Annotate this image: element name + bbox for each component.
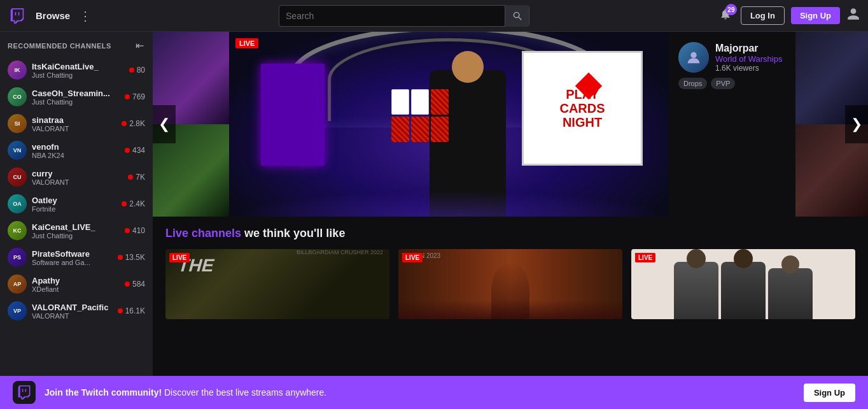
live-badge: LIVE — [235, 38, 258, 48]
channel-card-1[interactable]: THE BILLBOARDIAM CRUSHER 2022 LIVE — [165, 249, 389, 319]
video-inner: PLAYCARDSNIGHT — [229, 32, 668, 217]
notification-count-badge: 29 — [725, 4, 737, 15]
viewer-count-4: 7K — [136, 173, 145, 182]
sidebar-item-4[interactable]: CU curry VALORANT 7K — [0, 164, 153, 190]
screen-right: PLAYCARDSNIGHT — [522, 51, 643, 166]
channel-avatar-3: VN — [8, 141, 27, 160]
live-dot-7 — [118, 255, 123, 260]
channel-list: IK ItsKaiCenatLive_ Just Chatting 80 CO … — [0, 57, 153, 324]
user-menu-button[interactable] — [846, 7, 860, 25]
card-5 — [411, 117, 429, 142]
live-dot-0 — [129, 68, 134, 73]
tag-drops[interactable]: Drops — [678, 78, 707, 89]
channel-game-9: VALORANT — [32, 312, 113, 320]
banner-message: Join the Twitch community! Discover the … — [45, 387, 795, 398]
more-options-button[interactable]: ⋮ — [79, 8, 92, 24]
channel-viewers-1: 769 — [125, 92, 145, 101]
card-3-content — [631, 249, 855, 319]
viewer-count-8: 584 — [132, 280, 145, 289]
twitch-logo[interactable] — [8, 6, 27, 25]
sidebar: RECOMMENDED CHANNELS ⇤ IK ItsKaiCenatLiv… — [0, 32, 153, 409]
live-dot-1 — [125, 94, 130, 99]
channel-game-8: XDefiant — [32, 285, 120, 293]
login-button[interactable]: Log In — [741, 6, 785, 25]
channel-name-6: KaiCenat_LIVE_ — [32, 222, 120, 232]
sidebar-item-5[interactable]: OA Oatley Fortnite 2.4K — [0, 190, 153, 217]
viewer-count-7: 13.5K — [125, 253, 145, 262]
banner-signup-button[interactable]: Sign Up — [804, 384, 855, 402]
channel-info-9: VALORANT_Pacific VALORANT — [32, 303, 113, 320]
search-submit-button[interactable] — [505, 5, 529, 27]
streamer-game[interactable]: World of Warships — [715, 54, 782, 64]
channel-name-2: sinatraa — [32, 115, 116, 125]
person-silhouette-3 — [768, 268, 813, 319]
featured-next-button[interactable]: ❯ — [845, 105, 868, 143]
channel-avatar-0: IK — [8, 61, 27, 80]
channel-game-2: VALORANT — [32, 125, 116, 133]
card-2-live-badge: LIVE — [402, 253, 423, 262]
browse-link[interactable]: Browse — [36, 10, 70, 21]
card-display — [391, 89, 449, 142]
sidebar-header: RECOMMENDED CHANNELS ⇤ — [0, 32, 153, 57]
card-3 — [431, 89, 449, 115]
live-dot-9 — [118, 308, 123, 313]
viewer-count-5: 2.4K — [129, 199, 145, 208]
channel-info-3: venofn NBA 2K24 — [32, 142, 120, 159]
channel-viewers-3: 434 — [125, 146, 145, 155]
live-channels-section: Live channels we think you'll like THE B… — [153, 217, 868, 326]
featured-prev-button[interactable]: ❮ — [153, 105, 176, 143]
search-input[interactable] — [286, 11, 505, 21]
channel-name-9: VALORANT_Pacific — [32, 303, 113, 312]
channel-info-2: sinatraa VALORANT — [32, 115, 116, 133]
search-icon — [513, 11, 522, 20]
sidebar-item-7[interactable]: PS PirateSoftware Software and Ga... 13.… — [0, 244, 153, 271]
card-thumb-2: 23 JUIN 2023 LIVE — [398, 249, 622, 319]
person-head — [452, 51, 484, 83]
channel-info-0: ItsKaiCenatLive_ Just Chatting — [32, 62, 124, 79]
sidebar-collapse-button[interactable]: ⇤ — [134, 38, 145, 53]
sidebar-item-9[interactable]: VP VALORANT_Pacific VALORANT 16.1K — [0, 298, 153, 324]
watermark: BILLBOARDIAM CRUSHER 2022 — [297, 249, 383, 255]
banner-bold-text: Join the Twitch community! — [45, 387, 162, 398]
sidebar-item-3[interactable]: VN venofn NBA 2K24 434 — [0, 137, 153, 164]
channels-grid: THE BILLBOARDIAM CRUSHER 2022 LIVE 23 JU… — [165, 249, 855, 319]
head-3 — [781, 255, 799, 273]
channel-card-2[interactable]: 23 JUIN 2023 LIVE — [398, 249, 622, 319]
streamer-name[interactable]: Majorpar — [715, 43, 782, 54]
card-2 — [411, 89, 429, 115]
person-silhouette-1 — [674, 262, 718, 319]
sidebar-item-2[interactable]: SI sinatraa VALORANT 2.8K — [0, 110, 153, 137]
streamer-info-row: Majorpar World of Warships 1.6K viewers — [678, 42, 785, 73]
head-2 — [734, 249, 753, 268]
card-thumb-3: GTR LIVE — [631, 249, 855, 319]
streamer-details: Majorpar World of Warships 1.6K viewers — [715, 43, 782, 73]
channel-avatar-4: CU — [8, 168, 27, 187]
main-content: ❮ — [153, 32, 868, 409]
sidebar-item-8[interactable]: AP Apathy XDefiant 584 — [0, 271, 153, 298]
channel-card-3[interactable]: GTR LIVE — [631, 249, 855, 319]
channel-info-8: Apathy XDefiant — [32, 276, 120, 293]
search-bar — [279, 5, 529, 27]
avatar-image — [685, 48, 703, 66]
channel-viewers-5: 2.4K — [122, 199, 145, 208]
sidebar-item-1[interactable]: CO CaseOh_Streamin... Just Chatting 769 — [0, 83, 153, 110]
sidebar-item-6[interactable]: KC KaiCenat_LIVE_ Just Chatting 410 — [0, 217, 153, 244]
head-1 — [687, 249, 706, 268]
channel-game-4: VALORANT — [32, 178, 123, 186]
channel-name-3: venofn — [32, 142, 120, 152]
channel-viewers-4: 7K — [128, 173, 145, 182]
viewer-count-3: 434 — [132, 146, 145, 155]
screen-left — [261, 64, 325, 166]
tag-pvp[interactable]: PVP — [711, 78, 735, 89]
sidebar-section-title: RECOMMENDED CHANNELS — [8, 42, 111, 50]
channel-name-5: Oatley — [32, 196, 116, 205]
streamer-viewers: 1.6K viewers — [715, 64, 782, 73]
notifications-button[interactable]: 29 — [717, 5, 734, 26]
signup-button[interactable]: Sign Up — [791, 7, 840, 24]
sidebar-item-0[interactable]: IK ItsKaiCenatLive_ Just Chatting 80 — [0, 57, 153, 83]
channel-game-0: Just Chatting — [32, 71, 124, 79]
channel-info-7: PirateSoftware Software and Ga... — [32, 249, 113, 266]
corridor-floor — [398, 300, 622, 319]
featured-video-thumbnail: PLAYCARDSNIGHT — [229, 32, 668, 217]
channel-info-4: curry VALORANT — [32, 169, 123, 186]
